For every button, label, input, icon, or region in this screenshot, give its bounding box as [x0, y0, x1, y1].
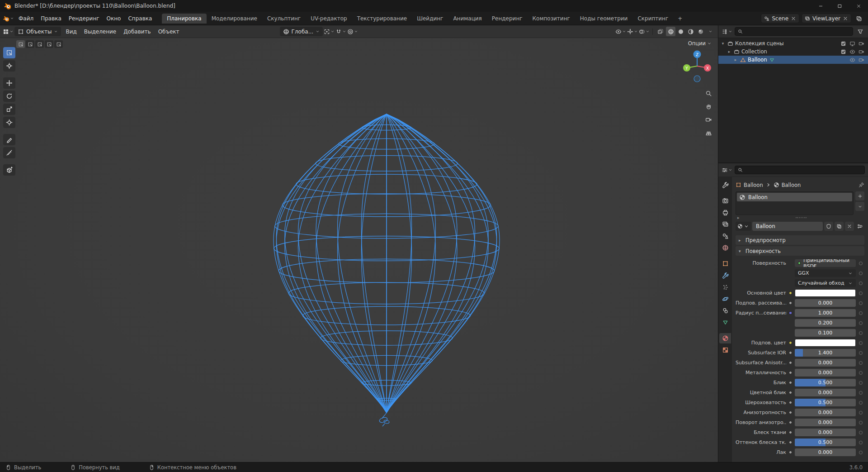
- outliner-row-balloon[interactable]: ▸Balloon: [718, 56, 868, 64]
- tool-cursor[interactable]: [3, 60, 15, 72]
- camera-icon[interactable]: [859, 57, 864, 63]
- gizmos-dropdown[interactable]: [627, 27, 638, 36]
- property-field-0[interactable]: [795, 289, 856, 297]
- property-field-10[interactable]: 0.000: [795, 389, 856, 396]
- property-field-15[interactable]: 0.500: [795, 439, 856, 446]
- workspace-tab[interactable]: UV-редактор: [306, 14, 352, 24]
- maximize-button[interactable]: [830, 0, 849, 12]
- property-field-5[interactable]: [795, 339, 856, 347]
- properties-editor-type-button[interactable]: [722, 165, 732, 175]
- animate-dot[interactable]: [859, 311, 863, 315]
- balloon-wireframe-object[interactable]: [0, 38, 718, 462]
- object-visibility-dropdown[interactable]: [615, 27, 626, 36]
- workspace-tab[interactable]: Скриптинг: [632, 14, 673, 24]
- snap-toggle[interactable]: [335, 27, 346, 36]
- properties-tab-particles[interactable]: [719, 282, 731, 292]
- property-field-11[interactable]: 0.500: [795, 399, 856, 406]
- scene-selector[interactable]: Scene: [761, 14, 799, 23]
- shading-dropdown[interactable]: [706, 27, 715, 36]
- workspace-tab[interactable]: Текстурирование: [352, 14, 412, 24]
- animate-dot[interactable]: [859, 361, 863, 365]
- clear-scene-icon[interactable]: [791, 16, 796, 21]
- pivot-dropdown[interactable]: [324, 27, 335, 36]
- expand-icon[interactable]: ▾: [720, 41, 726, 46]
- tool-add-cube[interactable]: [3, 164, 15, 176]
- animate-dot[interactable]: [859, 451, 863, 454]
- material-nodes-button[interactable]: [855, 222, 864, 231]
- properties-tab-constraints[interactable]: [719, 305, 731, 316]
- close-button[interactable]: [849, 0, 868, 12]
- properties-tab-object-data[interactable]: [719, 317, 731, 328]
- viewlayer-selector[interactable]: ViewLayer: [802, 14, 851, 23]
- tool-annotate[interactable]: [3, 134, 15, 145]
- tool-rotate[interactable]: [3, 91, 15, 102]
- properties-tab-physics[interactable]: [719, 294, 731, 304]
- tool-scale[interactable]: [3, 104, 15, 115]
- orientation-dropdown[interactable]: Глоба...: [280, 27, 323, 36]
- add-slot-button[interactable]: [855, 191, 864, 200]
- properties-tab-material[interactable]: [719, 333, 731, 343]
- outliner-row-коллекция-сцены[interactable]: ▾Коллекция сцены: [718, 39, 868, 48]
- properties-tab-view-layer[interactable]: [719, 219, 731, 229]
- surface-section-header[interactable]: ▾Поверхность: [736, 246, 864, 256]
- tool-transform[interactable]: [3, 117, 15, 128]
- app-menu-item[interactable]: Справка: [124, 14, 156, 23]
- tool-select-box[interactable]: [3, 47, 15, 58]
- subsurface-method-dropdown[interactable]: Случайный обход: [795, 279, 856, 287]
- browse-material-button[interactable]: [736, 222, 751, 231]
- viewport-options-dropdown[interactable]: Опции: [688, 40, 712, 47]
- zoom-button[interactable]: [704, 89, 713, 98]
- property-field-6[interactable]: 1.400: [795, 349, 856, 357]
- animate-dot[interactable]: [859, 291, 863, 295]
- animate-dot[interactable]: [859, 391, 863, 395]
- camera-icon[interactable]: [859, 41, 864, 47]
- camera-icon[interactable]: [859, 49, 864, 55]
- workspace-tab[interactable]: Скульптинг: [262, 14, 306, 24]
- properties-tab-world[interactable]: [719, 243, 731, 253]
- viewport-menu-item[interactable]: Выделение: [80, 27, 120, 36]
- shading-material-button[interactable]: [686, 27, 695, 36]
- 3d-viewport[interactable]: Объекты ВидВыделениеДобавитьОбъект Глоба…: [0, 25, 718, 462]
- preview-section-header[interactable]: ▸Предпросмотр: [736, 235, 864, 245]
- workspace-tab[interactable]: Моделирование: [207, 14, 262, 24]
- workspace-tab[interactable]: Композитинг: [528, 14, 575, 24]
- breadcrumb-object[interactable]: Balloon: [744, 182, 763, 188]
- property-field-2[interactable]: 1.000: [795, 309, 856, 317]
- properties-tab-texture[interactable]: [719, 345, 731, 355]
- properties-search-input[interactable]: [735, 166, 865, 174]
- surface-shader-button[interactable]: Принципиальный BSDF: [795, 259, 856, 267]
- animate-dot[interactable]: [859, 351, 863, 355]
- app-menu-item[interactable]: Правка: [37, 14, 65, 23]
- property-field-4[interactable]: 0.100: [795, 329, 856, 337]
- material-name-field[interactable]: Balloon: [752, 222, 823, 231]
- property-field-9[interactable]: 0.500: [795, 379, 856, 386]
- workspace-tab[interactable]: Шейдинг: [412, 14, 448, 24]
- properties-tab-output[interactable]: [719, 207, 731, 218]
- workspace-tab[interactable]: Ноды геометрии: [575, 14, 633, 24]
- distribution-dropdown[interactable]: GGX: [795, 269, 856, 277]
- material-slot-row[interactable]: Balloon: [737, 193, 852, 201]
- minimize-button[interactable]: [811, 0, 830, 12]
- animate-dot[interactable]: [859, 401, 863, 405]
- property-field-16[interactable]: 0.000: [795, 448, 856, 456]
- viewport-menu-item[interactable]: Объект: [155, 27, 183, 36]
- animate-dot[interactable]: [859, 321, 863, 325]
- expand-icon[interactable]: ▸: [726, 49, 732, 54]
- properties-tab-scene[interactable]: [719, 231, 731, 241]
- tool-measure[interactable]: [3, 147, 15, 158]
- viewport-menu-item[interactable]: Добавить: [120, 27, 154, 36]
- animate-dot[interactable]: [859, 331, 863, 335]
- navigation-gizmo[interactable]: ZXY: [678, 47, 716, 85]
- animate-dot[interactable]: [859, 301, 863, 305]
- animate-dot[interactable]: [859, 272, 863, 275]
- slot-specials-button[interactable]: [855, 202, 864, 211]
- property-field-8[interactable]: 0.000: [795, 369, 856, 377]
- app-menu-item[interactable]: Окно: [103, 14, 125, 23]
- properties-tab-object[interactable]: [719, 258, 731, 269]
- select-mode-subtract[interactable]: [35, 40, 44, 48]
- select-mode-set[interactable]: [16, 40, 25, 48]
- properties-tab-modifiers[interactable]: [719, 270, 731, 281]
- animate-dot[interactable]: [859, 381, 863, 385]
- eye-icon[interactable]: [849, 57, 855, 63]
- animate-dot[interactable]: [859, 431, 863, 434]
